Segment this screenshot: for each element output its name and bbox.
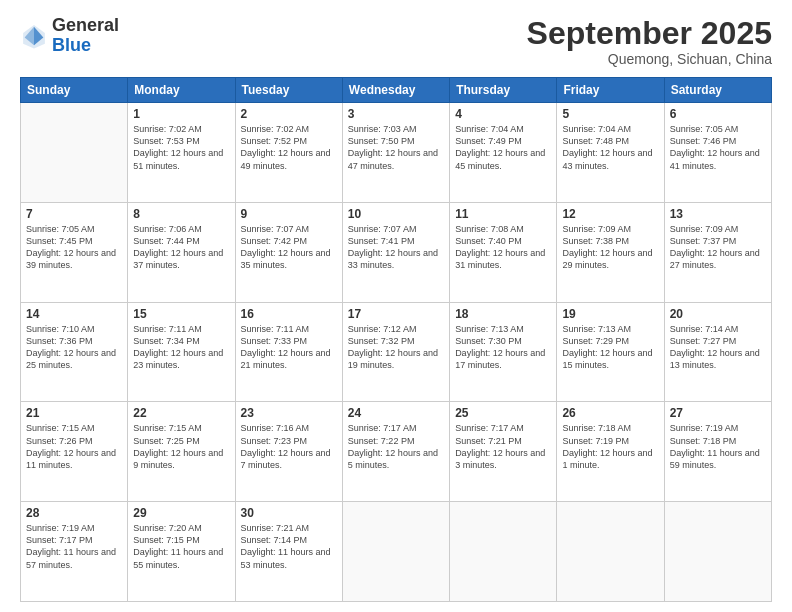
header-friday: Friday <box>557 78 664 103</box>
calendar-week-row: 7Sunrise: 7:05 AMSunset: 7:45 PMDaylight… <box>21 202 772 302</box>
table-row <box>450 502 557 602</box>
day-info: Sunrise: 7:17 AMSunset: 7:22 PMDaylight:… <box>348 422 444 471</box>
header: General Blue September 2025 Quemong, Sic… <box>20 16 772 67</box>
day-info: Sunrise: 7:02 AMSunset: 7:53 PMDaylight:… <box>133 123 229 172</box>
table-row: 28Sunrise: 7:19 AMSunset: 7:17 PMDayligh… <box>21 502 128 602</box>
day-info: Sunrise: 7:03 AMSunset: 7:50 PMDaylight:… <box>348 123 444 172</box>
table-row: 25Sunrise: 7:17 AMSunset: 7:21 PMDayligh… <box>450 402 557 502</box>
calendar-week-row: 28Sunrise: 7:19 AMSunset: 7:17 PMDayligh… <box>21 502 772 602</box>
logo-icon <box>20 22 48 50</box>
day-number: 1 <box>133 107 229 121</box>
calendar-week-row: 14Sunrise: 7:10 AMSunset: 7:36 PMDayligh… <box>21 302 772 402</box>
day-info: Sunrise: 7:20 AMSunset: 7:15 PMDaylight:… <box>133 522 229 571</box>
table-row: 23Sunrise: 7:16 AMSunset: 7:23 PMDayligh… <box>235 402 342 502</box>
calendar-table: Sunday Monday Tuesday Wednesday Thursday… <box>20 77 772 602</box>
day-number: 20 <box>670 307 766 321</box>
header-wednesday: Wednesday <box>342 78 449 103</box>
table-row: 1Sunrise: 7:02 AMSunset: 7:53 PMDaylight… <box>128 103 235 203</box>
table-row: 12Sunrise: 7:09 AMSunset: 7:38 PMDayligh… <box>557 202 664 302</box>
table-row <box>21 103 128 203</box>
logo-text: General Blue <box>52 16 119 56</box>
logo: General Blue <box>20 16 119 56</box>
day-number: 25 <box>455 406 551 420</box>
day-info: Sunrise: 7:10 AMSunset: 7:36 PMDaylight:… <box>26 323 122 372</box>
day-info: Sunrise: 7:14 AMSunset: 7:27 PMDaylight:… <box>670 323 766 372</box>
table-row: 3Sunrise: 7:03 AMSunset: 7:50 PMDaylight… <box>342 103 449 203</box>
day-number: 28 <box>26 506 122 520</box>
day-info: Sunrise: 7:05 AMSunset: 7:46 PMDaylight:… <box>670 123 766 172</box>
day-info: Sunrise: 7:07 AMSunset: 7:41 PMDaylight:… <box>348 223 444 272</box>
day-number: 27 <box>670 406 766 420</box>
calendar-week-row: 1Sunrise: 7:02 AMSunset: 7:53 PMDaylight… <box>21 103 772 203</box>
day-info: Sunrise: 7:13 AMSunset: 7:30 PMDaylight:… <box>455 323 551 372</box>
day-info: Sunrise: 7:04 AMSunset: 7:49 PMDaylight:… <box>455 123 551 172</box>
table-row: 24Sunrise: 7:17 AMSunset: 7:22 PMDayligh… <box>342 402 449 502</box>
day-info: Sunrise: 7:13 AMSunset: 7:29 PMDaylight:… <box>562 323 658 372</box>
table-row: 29Sunrise: 7:20 AMSunset: 7:15 PMDayligh… <box>128 502 235 602</box>
day-number: 17 <box>348 307 444 321</box>
table-row <box>664 502 771 602</box>
day-info: Sunrise: 7:21 AMSunset: 7:14 PMDaylight:… <box>241 522 337 571</box>
day-info: Sunrise: 7:17 AMSunset: 7:21 PMDaylight:… <box>455 422 551 471</box>
day-info: Sunrise: 7:18 AMSunset: 7:19 PMDaylight:… <box>562 422 658 471</box>
table-row: 2Sunrise: 7:02 AMSunset: 7:52 PMDaylight… <box>235 103 342 203</box>
table-row: 10Sunrise: 7:07 AMSunset: 7:41 PMDayligh… <box>342 202 449 302</box>
day-info: Sunrise: 7:19 AMSunset: 7:17 PMDaylight:… <box>26 522 122 571</box>
header-saturday: Saturday <box>664 78 771 103</box>
day-info: Sunrise: 7:07 AMSunset: 7:42 PMDaylight:… <box>241 223 337 272</box>
day-number: 5 <box>562 107 658 121</box>
table-row <box>342 502 449 602</box>
day-number: 7 <box>26 207 122 221</box>
day-info: Sunrise: 7:11 AMSunset: 7:33 PMDaylight:… <box>241 323 337 372</box>
weekday-header-row: Sunday Monday Tuesday Wednesday Thursday… <box>21 78 772 103</box>
day-number: 13 <box>670 207 766 221</box>
page: General Blue September 2025 Quemong, Sic… <box>0 0 792 612</box>
table-row: 5Sunrise: 7:04 AMSunset: 7:48 PMDaylight… <box>557 103 664 203</box>
table-row: 22Sunrise: 7:15 AMSunset: 7:25 PMDayligh… <box>128 402 235 502</box>
table-row: 7Sunrise: 7:05 AMSunset: 7:45 PMDaylight… <box>21 202 128 302</box>
day-number: 22 <box>133 406 229 420</box>
header-monday: Monday <box>128 78 235 103</box>
table-row: 14Sunrise: 7:10 AMSunset: 7:36 PMDayligh… <box>21 302 128 402</box>
month-title: September 2025 <box>527 16 772 51</box>
header-tuesday: Tuesday <box>235 78 342 103</box>
table-row: 17Sunrise: 7:12 AMSunset: 7:32 PMDayligh… <box>342 302 449 402</box>
day-number: 16 <box>241 307 337 321</box>
day-info: Sunrise: 7:09 AMSunset: 7:37 PMDaylight:… <box>670 223 766 272</box>
location-subtitle: Quemong, Sichuan, China <box>527 51 772 67</box>
day-number: 26 <box>562 406 658 420</box>
day-number: 8 <box>133 207 229 221</box>
day-info: Sunrise: 7:11 AMSunset: 7:34 PMDaylight:… <box>133 323 229 372</box>
day-number: 10 <box>348 207 444 221</box>
day-number: 30 <box>241 506 337 520</box>
table-row: 8Sunrise: 7:06 AMSunset: 7:44 PMDaylight… <box>128 202 235 302</box>
day-number: 6 <box>670 107 766 121</box>
header-sunday: Sunday <box>21 78 128 103</box>
table-row <box>557 502 664 602</box>
day-info: Sunrise: 7:06 AMSunset: 7:44 PMDaylight:… <box>133 223 229 272</box>
table-row: 9Sunrise: 7:07 AMSunset: 7:42 PMDaylight… <box>235 202 342 302</box>
day-number: 3 <box>348 107 444 121</box>
table-row: 4Sunrise: 7:04 AMSunset: 7:49 PMDaylight… <box>450 103 557 203</box>
day-info: Sunrise: 7:12 AMSunset: 7:32 PMDaylight:… <box>348 323 444 372</box>
day-number: 15 <box>133 307 229 321</box>
table-row: 30Sunrise: 7:21 AMSunset: 7:14 PMDayligh… <box>235 502 342 602</box>
day-number: 29 <box>133 506 229 520</box>
day-info: Sunrise: 7:19 AMSunset: 7:18 PMDaylight:… <box>670 422 766 471</box>
day-number: 9 <box>241 207 337 221</box>
title-block: September 2025 Quemong, Sichuan, China <box>527 16 772 67</box>
day-number: 24 <box>348 406 444 420</box>
table-row: 16Sunrise: 7:11 AMSunset: 7:33 PMDayligh… <box>235 302 342 402</box>
day-number: 12 <box>562 207 658 221</box>
table-row: 13Sunrise: 7:09 AMSunset: 7:37 PMDayligh… <box>664 202 771 302</box>
day-number: 23 <box>241 406 337 420</box>
day-info: Sunrise: 7:09 AMSunset: 7:38 PMDaylight:… <box>562 223 658 272</box>
day-number: 19 <box>562 307 658 321</box>
day-info: Sunrise: 7:15 AMSunset: 7:26 PMDaylight:… <box>26 422 122 471</box>
table-row: 27Sunrise: 7:19 AMSunset: 7:18 PMDayligh… <box>664 402 771 502</box>
day-info: Sunrise: 7:16 AMSunset: 7:23 PMDaylight:… <box>241 422 337 471</box>
table-row: 19Sunrise: 7:13 AMSunset: 7:29 PMDayligh… <box>557 302 664 402</box>
day-number: 21 <box>26 406 122 420</box>
day-info: Sunrise: 7:04 AMSunset: 7:48 PMDaylight:… <box>562 123 658 172</box>
table-row: 26Sunrise: 7:18 AMSunset: 7:19 PMDayligh… <box>557 402 664 502</box>
